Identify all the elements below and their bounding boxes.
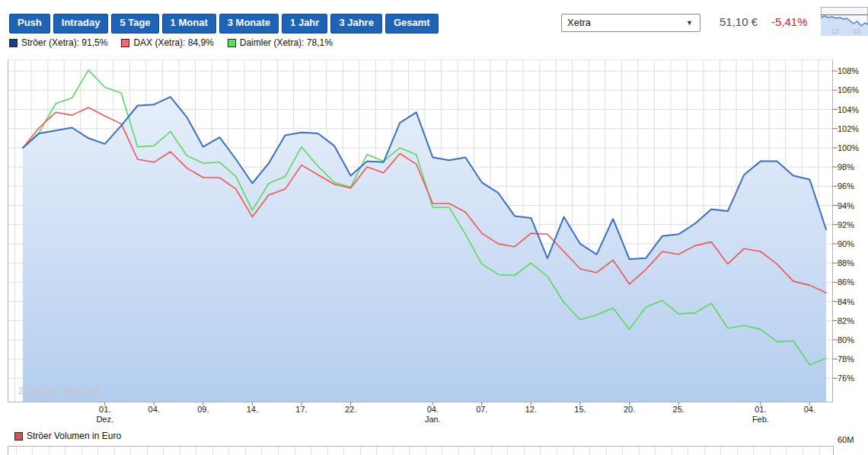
x-axis-tick-label: 15.	[563, 405, 597, 414]
x-axis-tick-label: 01.	[88, 405, 122, 414]
timeframe-button-3-monate[interactable]: 3 Monate	[219, 14, 279, 34]
x-axis-tick-label: 17.	[285, 405, 318, 414]
timeframe-button-5-tage[interactable]: 5 Tage	[111, 14, 158, 34]
y-axis-tick-label: 106%	[838, 85, 859, 95]
exchange-select[interactable]: Xetra ▼	[561, 14, 700, 32]
sparkline-label: 15	[853, 27, 860, 35]
volume-legend-label: Ströer Volumen in Euro	[27, 431, 121, 441]
y-axis-tick-label: 94%	[838, 201, 854, 210]
y-axis-tick-label: 82%	[838, 316, 854, 325]
legend-label: Ströer (Xetra): 91,5%	[21, 37, 107, 48]
volume-axis-label: 60M	[838, 435, 854, 444]
x-axis-tick-label: 25.	[662, 405, 695, 414]
volume-legend-swatch	[14, 432, 23, 441]
chevron-down-icon: ▼	[686, 14, 693, 31]
y-axis-tick-label: 80%	[838, 335, 854, 344]
y-axis-tick-label: 104%	[838, 105, 859, 114]
chart-legend: Ströer (Xetra): 91,5%DAX (Xetra): 84,9%D…	[9, 37, 333, 48]
legend-item-dax: DAX (Xetra): 84,9%	[121, 37, 213, 48]
y-axis-tick-label: 98%	[838, 162, 854, 171]
performance-chart-svg	[8, 59, 841, 407]
x-axis-tick-label: 04.	[793, 405, 826, 414]
x-axis-month-label: Dez.	[88, 415, 122, 424]
volume-chart-strip[interactable]	[8, 446, 834, 455]
sparkline-svg: 1215	[821, 7, 868, 36]
y-axis-tick-label: 84%	[838, 297, 854, 306]
legend-item-daimler: Daimler (Xetra): 78,1%	[228, 37, 333, 48]
x-axis-tick-label: 09.	[187, 405, 220, 414]
legend-swatch	[121, 39, 129, 47]
timeframe-button-gesamt[interactable]: Gesamt	[385, 14, 439, 34]
chart-canvas[interactable]	[8, 59, 841, 407]
change-percent-label: -5,41%	[771, 15, 808, 28]
legend-item-ströer: Ströer (Xetra): 91,5%	[9, 37, 107, 48]
stroeer-area-fill	[23, 97, 826, 402]
legend-label: DAX (Xetra): 84,9%	[133, 37, 213, 48]
x-axis-tick-label: 12.	[514, 405, 547, 414]
stock-chart-page: PushIntraday5 Tage1 Monat3 Monate1 Jahr3…	[0, 0, 868, 455]
sparkline-thumbnail[interactable]: 1215	[821, 7, 868, 36]
timeframe-button-intraday[interactable]: Intraday	[53, 14, 109, 34]
y-axis-tick-label: 78%	[838, 354, 854, 364]
timeframe-button-1-monat[interactable]: 1 Monat	[162, 14, 216, 34]
y-axis-tick-label: 92%	[838, 220, 854, 229]
x-axis-tick-label: 22.	[334, 405, 368, 414]
timeframe-button-1-jahr[interactable]: 1 Jahr	[282, 14, 327, 34]
timeframe-button-bar: PushIntraday5 Tage1 Monat3 Monate1 Jahr3…	[9, 14, 439, 34]
date-range-watermark: 24.11.15 – 06.02.16	[18, 386, 99, 396]
x-axis-tick-label: 14.	[235, 405, 269, 414]
price-label: 51,10 €	[720, 15, 758, 28]
y-axis-tick-label: 102%	[838, 124, 859, 133]
legend-swatch	[228, 39, 236, 47]
x-axis-tick-label: 04.	[416, 405, 449, 414]
y-axis-tick-label: 96%	[838, 181, 854, 191]
x-axis-tick-label: 07.	[465, 405, 499, 414]
y-axis-tick-label: 76%	[838, 373, 854, 383]
volume-legend: Ströer Volumen in Euro	[14, 431, 121, 441]
x-axis-tick-label: 01.	[744, 405, 777, 414]
exchange-select-value: Xetra	[567, 17, 591, 28]
x-axis-tick-label: 04.	[137, 405, 171, 414]
y-axis-tick-label: 90%	[838, 239, 854, 248]
x-axis-month-label: Jan.	[416, 415, 449, 424]
x-axis-month-label: Feb.	[744, 415, 777, 424]
legend-label: Daimler (Xetra): 78,1%	[240, 37, 333, 48]
timeframe-button-push[interactable]: Push	[9, 14, 50, 34]
x-axis-tick-label: 20.	[613, 405, 646, 414]
legend-swatch	[9, 39, 18, 47]
timeframe-button-3-jahre[interactable]: 3 Jahre	[330, 14, 382, 34]
y-axis-tick-label: 100%	[838, 143, 859, 152]
y-axis-tick-label: 108%	[838, 66, 859, 75]
y-axis-tick-label: 86%	[838, 277, 854, 287]
y-axis-tick-label: 88%	[838, 258, 854, 268]
sparkline-label: 12	[831, 27, 839, 35]
